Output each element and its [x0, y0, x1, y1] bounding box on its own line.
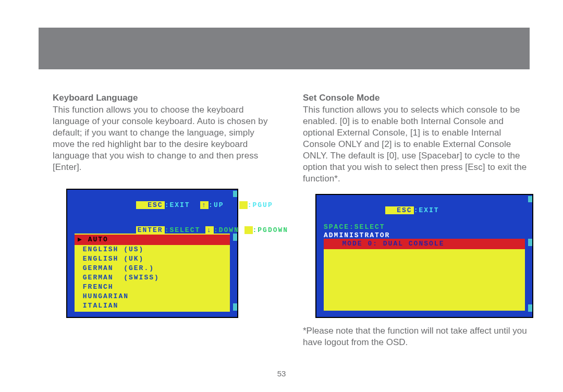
up-key-icon: ↑ [200, 201, 209, 209]
manual-page: Keyboard Language This function allows y… [0, 0, 563, 392]
console-mode-osd: ESC:EXIT SPACE:SELECT ADMINISTRATOR SET … [315, 194, 533, 318]
right-body-text: This function allows you to selects whic… [303, 104, 527, 185]
footnote-text: *Please note that the function will not … [303, 325, 527, 348]
scroll-down-icon[interactable] [528, 304, 532, 312]
list-item[interactable]: ENGLISH (UK) [75, 254, 230, 264]
pgup-text: :PGUP [248, 201, 273, 209]
left-column: Keyboard Language This function allows y… [53, 93, 276, 348]
list-item[interactable]: ITALIAN [75, 301, 230, 311]
list-item[interactable]: HUNGARIAN [75, 292, 230, 301]
right-heading: Set Console Mode [303, 93, 527, 103]
content-columns: Keyboard Language This function allows y… [53, 93, 527, 348]
scroll-down-icon[interactable] [233, 303, 237, 311]
space-select-text: SPACE:SELECT [324, 223, 525, 231]
pgup-key-icon [239, 201, 248, 209]
keyboard-language-osd: ESC:EXIT ↑:UP :PGUP ENTER:SELECT ↓:DOWN … [66, 189, 238, 318]
language-list-panel: ▶ AUTO ENGLISH (US) ENGLISH (UK) GERMAN … [75, 234, 230, 312]
up-text: :UP [209, 201, 224, 209]
left-body-text: This function allows you to choose the k… [53, 104, 276, 173]
header-banner [39, 28, 530, 69]
selected-language-row[interactable]: ▶ AUTO [75, 235, 230, 245]
pgdn-text: :PGDOWN [253, 226, 289, 234]
esc-exit-text: :EXIT [414, 206, 439, 214]
page-number: 53 [0, 369, 563, 378]
left-heading: Keyboard Language [53, 93, 276, 103]
enter-select-text: :SELECT [165, 226, 201, 234]
right-column: Set Console Mode This function allows yo… [303, 93, 527, 348]
pgdn-key-icon [244, 226, 253, 234]
enter-key-label: ENTER [136, 226, 165, 234]
console-mode-panel: MODE 0: DUAL CONSOLE [324, 239, 525, 311]
list-item[interactable]: GERMAN (SWISS) [75, 273, 230, 283]
scroll-up-icon[interactable] [233, 234, 237, 241]
list-item[interactable]: FRENCH [75, 283, 230, 292]
esc-key-label: ESC [136, 201, 165, 209]
down-text: :DOWN [214, 226, 239, 234]
down-key-icon: ↓ [205, 226, 214, 234]
esc-key-label: ESC [385, 206, 414, 214]
esc-exit-text: :EXIT [165, 201, 190, 209]
list-item[interactable]: GERMAN (GER.) [75, 264, 230, 273]
list-item[interactable]: ENGLISH (US) [75, 245, 230, 254]
selected-mode-row[interactable]: MODE 0: DUAL CONSOLE [324, 239, 525, 249]
scroll-up-icon[interactable] [528, 239, 532, 246]
